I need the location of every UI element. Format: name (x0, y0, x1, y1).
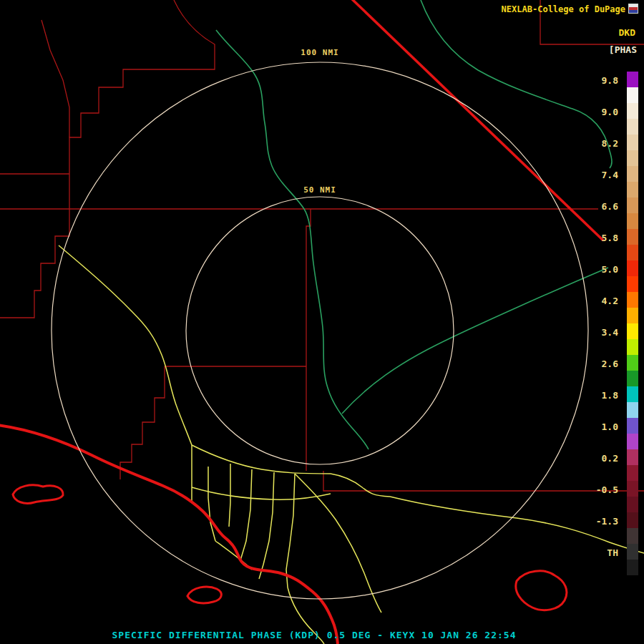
colorbar-segment (627, 544, 638, 560)
colorbar-segment (627, 197, 638, 213)
island (13, 485, 63, 503)
range-ring-50nmi (186, 197, 454, 464)
colorbar-segment (627, 418, 638, 434)
colorbar-segment (627, 119, 638, 135)
island (516, 571, 567, 610)
colorbar-tick-label: 1.8 (581, 391, 618, 401)
colorbar-segment (627, 166, 638, 182)
colorbar-segment (627, 72, 638, 87)
county-line (69, 0, 215, 209)
colorbar-segment (627, 371, 638, 386)
colorbar-segment (627, 449, 638, 465)
highways (59, 245, 644, 644)
colorbar-segment (627, 465, 638, 481)
colorbar-segment (627, 323, 638, 339)
highway-line (259, 472, 274, 579)
colorbar-tick-label: 9.8 (581, 76, 618, 86)
colorbar-segment (627, 213, 638, 229)
colorbar-segment (627, 103, 638, 119)
county-line (120, 366, 165, 479)
range-rings (52, 62, 588, 599)
colorbar-tick-label: 9.0 (581, 107, 618, 117)
product-code-label: DKD (619, 27, 635, 38)
colorbar-segment (627, 260, 638, 276)
rivers (216, 0, 612, 449)
county-line (0, 209, 69, 318)
colorbar-tick-label: 7.4 (581, 170, 618, 180)
colorbar-segment (627, 560, 638, 575)
state-line-diagonal (350, 0, 603, 240)
colorbar-ticks: 9.89.08.27.46.65.85.04.23.42.61.81.00.2-… (581, 0, 621, 644)
radar-map (0, 0, 644, 644)
colorbar-tick-label: 5.8 (581, 233, 618, 243)
colorbar-tick-label: TH (581, 548, 618, 558)
county-line (306, 209, 311, 366)
colorbar-tick-label: 0.2 (581, 454, 618, 464)
colorbar-segment (627, 229, 638, 245)
county-line (42, 20, 69, 137)
colorbar-tick-label: 1.0 (581, 422, 618, 432)
colorbar-segment (627, 402, 638, 418)
colorbar-segment (627, 434, 638, 449)
colorbar-tick-label: 4.2 (581, 296, 618, 306)
colorbar-segment (627, 497, 638, 512)
colorbar-tick-label: 5.0 (581, 265, 618, 275)
highway-line (192, 445, 331, 474)
river-line (216, 30, 369, 449)
colorbar-segment (627, 87, 638, 103)
colorbar-segment (627, 355, 638, 371)
colorbar-segment (627, 512, 638, 528)
colorbar-segment (627, 135, 638, 150)
coastline-group (0, 425, 567, 644)
colorbar-tick-label: 2.6 (581, 359, 618, 369)
colorbar-tick-label: -0.5 (581, 485, 618, 495)
colorbar-segment (627, 292, 638, 308)
inner-ring-label: 50 NMI (301, 185, 339, 195)
colorbar-scale (627, 72, 638, 575)
colorbar-segment (627, 245, 638, 260)
colorbar-segment (627, 150, 638, 166)
colorbar-tick-label: -1.3 (581, 517, 618, 527)
highway-line (331, 474, 390, 497)
cod-logo-icon (628, 4, 638, 14)
footer-caption: SPECIFIC DIFFERENTIAL PHASE (KDP) 0.5 DE… (0, 630, 628, 640)
colorbar-tick-label: 6.6 (581, 202, 618, 212)
colorbar-segment (627, 182, 638, 197)
range-ring-100nmi (52, 62, 588, 599)
island (187, 587, 221, 603)
coastline (0, 425, 338, 644)
colorbar-segment (627, 276, 638, 292)
highway-line (286, 474, 295, 587)
colorbar-segment (627, 386, 638, 402)
highway-line (240, 469, 252, 560)
colorbar-segment (627, 481, 638, 497)
colorbar-segment (627, 308, 638, 323)
outer-ring-label: 100 NMI (298, 48, 341, 57)
highway-line (208, 467, 215, 541)
highway-line (59, 245, 192, 445)
river-line (342, 268, 608, 414)
state-boundary (350, 0, 603, 240)
radar-display: 100 NMI 50 NMI NEXLAB-College of DuPage … (0, 0, 644, 644)
colorbar-tick-label: 3.4 (581, 328, 618, 338)
colorbar-segment (627, 339, 638, 355)
colorbar-segment (627, 528, 638, 544)
county-boundaries (0, 0, 644, 491)
colorbar-tick-label: 8.2 (581, 139, 618, 149)
highway-line (295, 474, 381, 613)
